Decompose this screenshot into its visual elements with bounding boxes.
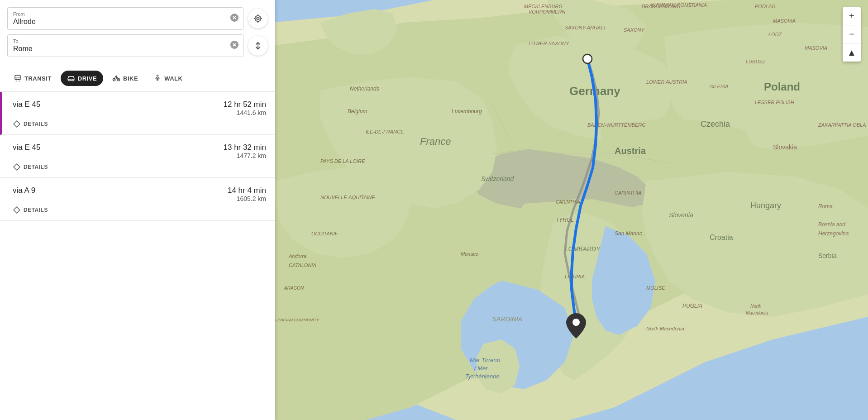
svg-text:BRANDENBURG: BRANDENBURG — [642, 4, 681, 9]
route-item-1[interactable]: via E 45 12 hr 52 min 1441.6 km DETAILS — [0, 92, 275, 135]
details-row-2: DETAILS — [13, 163, 266, 171]
svg-text:PAYS DE LA LOIRE: PAYS DE LA LOIRE — [320, 158, 365, 164]
map-svg: France Germany Switzerland Austria Czech… — [275, 0, 868, 420]
zoom-out-button[interactable]: − — [843, 25, 861, 43]
svg-text:CARINTHIA: CARINTHIA — [615, 190, 641, 196]
svg-text:/ Mer: / Mer — [474, 365, 488, 372]
to-input-box[interactable]: To Rome — [7, 34, 243, 57]
svg-text:OCCITANIE: OCCITANIE — [311, 231, 339, 236]
svg-text:Croatia: Croatia — [710, 234, 733, 241]
route-time-2: 13 hr 32 min — [224, 143, 267, 152]
svg-point-17 — [16, 79, 17, 80]
svg-text:Austria: Austria — [615, 146, 646, 156]
from-input-box[interactable]: From Allrode — [7, 7, 243, 30]
bike-label: BIKE — [123, 75, 138, 82]
svg-text:Luxembourg: Luxembourg — [452, 108, 482, 115]
svg-rect-13 — [15, 75, 20, 80]
svg-line-15 — [19, 81, 19, 81]
svg-text:SAXONY-ANHALT: SAXONY-ANHALT — [565, 25, 607, 30]
left-panel: From Allrode — [0, 0, 275, 420]
svg-text:North: North — [750, 304, 762, 309]
svg-marker-28 — [14, 164, 20, 170]
tab-drive[interactable]: DRIVE — [61, 71, 103, 86]
svg-line-14 — [16, 81, 16, 81]
svg-text:Belgium: Belgium — [348, 108, 367, 115]
svg-text:Tyrrhénienne: Tyrrhénienne — [465, 373, 500, 380]
route-item-2[interactable]: via E 45 13 hr 32 min 1477.2 km DETAILS — [0, 135, 275, 178]
to-clear-button[interactable] — [230, 41, 238, 51]
svg-text:PODLAG: PODLAG — [755, 4, 776, 9]
compass-button[interactable]: ▲ — [843, 43, 861, 62]
svg-text:MASOVIA: MASOVIA — [805, 45, 827, 51]
details-label-1[interactable]: DETAILS — [24, 121, 48, 127]
to-value: Rome — [13, 45, 225, 53]
svg-text:Roma: Roma — [818, 203, 833, 210]
from-value: Allrode — [13, 18, 225, 26]
svg-text:ILE-DE-FRANCE: ILE-DE-FRANCE — [366, 129, 404, 134]
route-via-2: via E 45 — [13, 143, 40, 152]
routes-section: via E 45 12 hr 52 min 1441.6 km DETAILS … — [0, 92, 275, 420]
from-row: From Allrode — [7, 7, 268, 30]
compass-label: ▲ — [847, 48, 856, 58]
svg-marker-29 — [14, 207, 20, 213]
svg-text:Netherlands: Netherlands — [350, 86, 379, 92]
svg-text:ARAGON: ARAGON — [284, 286, 304, 291]
svg-point-18 — [19, 79, 19, 80]
svg-point-92 — [572, 319, 580, 326]
details-label-2[interactable]: DETAILS — [24, 164, 48, 170]
from-label: From — [13, 11, 225, 17]
route-time-3: 14 hr 4 min — [228, 186, 266, 195]
mode-tabs: TRANSIT DRIVE BIKE — [0, 67, 275, 92]
route-distance-3: 1605.2 km — [228, 195, 266, 202]
route-via-1: via E 45 — [13, 100, 40, 109]
svg-text:PUGLIA: PUGLIA — [682, 303, 702, 309]
svg-text:LOWER AUSTRIA: LOWER AUSTRIA — [646, 79, 687, 85]
tab-walk[interactable]: WALK — [147, 71, 189, 86]
details-diamond-icon-3 — [13, 206, 21, 214]
svg-text:LUBUSZ: LUBUSZ — [746, 59, 766, 64]
svg-point-24 — [116, 76, 117, 76]
svg-text:ŁÓDŹ: ŁÓDŹ — [768, 32, 782, 37]
svg-text:Bosnia and: Bosnia and — [818, 221, 845, 228]
route-header-2: via E 45 13 hr 32 min 1477.2 km — [13, 143, 266, 159]
map-area[interactable]: France Germany Switzerland Austria Czech… — [275, 0, 868, 420]
zoom-out-label: − — [849, 29, 854, 39]
route-header-1: via E 45 12 hr 52 min 1441.6 km — [13, 100, 266, 116]
walk-label: WALK — [164, 75, 182, 82]
route-via-3: via A 9 — [13, 186, 35, 195]
map-controls: + − ▲ — [843, 7, 861, 62]
svg-text:Hungary: Hungary — [750, 201, 781, 210]
svg-marker-27 — [14, 121, 20, 127]
svg-text:Slovakia: Slovakia — [773, 143, 797, 151]
tab-transit[interactable]: TRANSIT — [7, 71, 58, 86]
zoom-in-label: + — [849, 11, 854, 21]
svg-text:San Marino: San Marino — [615, 230, 643, 237]
details-label-3[interactable]: DETAILS — [24, 207, 48, 213]
details-diamond-icon-1 — [13, 120, 21, 128]
svg-text:LENCIAN COMMUNITY: LENCIAN COMMUNITY — [275, 318, 320, 322]
svg-point-3 — [257, 17, 259, 20]
svg-text:Mar Tirreno: Mar Tirreno — [470, 357, 500, 363]
route-header-3: via A 9 14 hr 4 min 1605.2 km — [13, 186, 266, 202]
details-row-3: DETAILS — [13, 206, 266, 214]
svg-text:MOLISE: MOLISE — [646, 285, 665, 291]
from-clear-button[interactable] — [230, 14, 238, 24]
swap-button[interactable] — [248, 36, 268, 56]
svg-text:France: France — [420, 136, 451, 147]
drive-label: DRIVE — [78, 75, 97, 82]
svg-text:VORPOMMERN: VORPOMMERN — [529, 9, 565, 14]
svg-text:SILESIA: SILESIA — [710, 84, 729, 89]
svg-text:ZAKARPATTIA OBLA: ZAKARPATTIA OBLA — [818, 122, 866, 128]
svg-text:LIGURIA: LIGURIA — [565, 274, 585, 279]
route-time-1: 12 hr 52 min — [224, 100, 267, 109]
svg-text:NOUVELLE-AQUITAINE: NOUVELLE-AQUITAINE — [320, 195, 375, 200]
svg-text:Herzegovina: Herzegovina — [818, 230, 849, 237]
zoom-in-button[interactable]: + — [843, 7, 861, 25]
route-distance-1: 1441.6 km — [224, 109, 267, 116]
route-item-3[interactable]: via A 9 14 hr 4 min 1605.2 km DETAILS — [0, 178, 275, 221]
tab-bike[interactable]: BIKE — [106, 71, 144, 86]
locate-button[interactable] — [248, 9, 268, 29]
details-diamond-icon-2 — [13, 163, 21, 171]
svg-text:Monaco: Monaco — [461, 251, 478, 257]
svg-text:SARDINIA: SARDINIA — [492, 315, 522, 323]
